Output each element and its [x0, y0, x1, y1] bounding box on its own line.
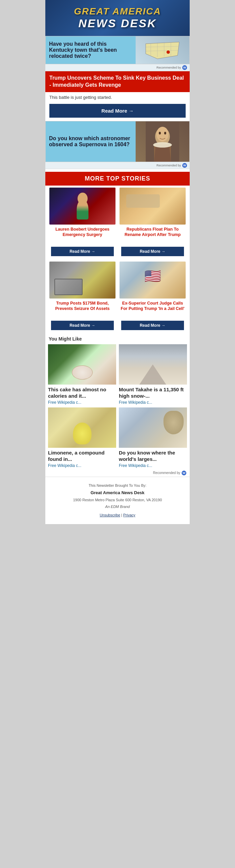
wiki-icon-1: W [182, 65, 187, 70]
wiki-ad-1-map [136, 36, 189, 64]
main-read-more-button[interactable]: Read More → [49, 104, 186, 118]
wiki-rec-source-lemon: Free Wikipedia c... [48, 463, 116, 468]
wiki-ad-2-text: Do you know which astronomer observed a … [46, 121, 136, 162]
wiki-rec-img-mountain [119, 344, 187, 384]
story-card-airport: Republicans Float Plan To Rename Airport… [118, 188, 187, 259]
privacy-link[interactable]: Privacy [123, 513, 135, 517]
wiki-rec-cake[interactable]: This cake has almost no calories and it.… [48, 344, 116, 405]
story-image-airport [120, 188, 186, 224]
more-stories-header: MORE TOP STORIES [45, 172, 190, 186]
story-title-judge: Ex-Superior Court Judge Calls For Puttin… [120, 301, 186, 318]
header-news-desk: NEWS DESK [78, 17, 157, 30]
stories-row-1: Lauren Boebert Undergoes Emergency Surge… [45, 186, 190, 259]
svg-point-14 [153, 142, 172, 148]
wiki-rec-mountain[interactable]: Mount Takahe is a 11,350 ft high snow-..… [119, 344, 187, 405]
wiki-rec-title-mountain: Mount Takahe is a 11,350 ft high snow-..… [119, 386, 187, 399]
wiki-ad-1-footer: Recommended by W [45, 64, 190, 71]
svg-point-11 [159, 132, 161, 134]
wiki-recommended-footer: Recommended by W [45, 469, 190, 477]
unsubscribe-link[interactable]: Unsubscribe [100, 513, 120, 517]
header-line2: NEWS DESK [49, 17, 186, 30]
story-title-bond: Trump Posts $175M Bond, Prevents Seizure… [49, 301, 115, 318]
main-headline-text: Trump Uncovers Scheme To Sink Key Busine… [49, 75, 184, 88]
story-card-bond: Trump Posts $175M Bond, Prevents Seizure… [48, 261, 117, 334]
wiki-ad-1-image [136, 36, 189, 64]
footer-brought-by: This Newsletter Brought To You By: [49, 483, 186, 489]
more-stories-header-text: MORE TOP STORIES [85, 175, 150, 182]
story-card-boebert: Lauren Boebert Undergoes Emergency Surge… [48, 188, 117, 259]
footer-brand: Great America News Desk [49, 489, 186, 497]
wiki-ad-2[interactable]: Do you know which astronomer observed a … [45, 121, 190, 169]
wiki-ad-1-footer-text: Recommended by [157, 66, 181, 69]
wiki-rec-title-world: Do you know where the world's larges... [119, 450, 187, 463]
wiki-rec-title-lemon: Limonene, a compound found in... [48, 450, 116, 463]
wiki-rec-source-mountain: Free Wikipedia c... [119, 400, 187, 405]
header-banner: GREAT AMERICA NEWS DESK [45, 0, 190, 36]
wiki-ad-2-label: Do you know which astronomer observed a … [49, 135, 132, 148]
story-image-bond [49, 261, 115, 299]
wiki-rec-world[interactable]: Do you know where the world's larges... … [119, 407, 187, 468]
story-card-judge: Ex-Superior Court Judge Calls For Puttin… [118, 261, 187, 334]
stories-row-2: Trump Posts $175M Bond, Prevents Seizure… [45, 259, 190, 334]
wiki-rec-img-cake [48, 344, 116, 384]
main-headline: Trump Uncovers Scheme To Sink Key Busine… [45, 71, 190, 92]
map-svg [144, 37, 181, 62]
story-image-judge [120, 261, 186, 299]
main-subtext-text: This battle is just getting started. [49, 95, 112, 100]
email-footer: This Newsletter Brought To You By: Great… [45, 477, 190, 524]
header-line1: GREAT AMERICA [49, 6, 186, 17]
wiki-ad-2-image [136, 121, 189, 162]
wiki-rec-img-world [119, 407, 187, 448]
story-read-more-boebert[interactable]: Read More → [51, 247, 114, 256]
wiki-rec-source-world: Free Wikipedia c... [119, 463, 187, 468]
story-read-more-judge[interactable]: Read More → [121, 321, 184, 330]
wiki-ad-1[interactable]: Have you heard of this Kentucky town tha… [45, 36, 190, 71]
footer-links: Unsubscribe | Privacy [49, 512, 186, 519]
wiki-rec-grid: This cake has almost no calories and it.… [45, 343, 190, 469]
wiki-ad-1-text: Have you heard of this Kentucky town tha… [46, 36, 136, 64]
wiki-rec-img-lemon [48, 407, 116, 448]
wiki-ad-2-footer: Recommended by W [45, 162, 190, 169]
recommended-by-text: Recommended by [153, 471, 180, 475]
wiki-rec-source-cake: Free Wikipedia c... [48, 400, 116, 405]
astronomer-svg [146, 121, 179, 162]
svg-point-12 [164, 132, 166, 134]
you-might-like-label: You Might Like [45, 334, 190, 343]
wiki-icon-rec: W [181, 471, 186, 475]
map-graphic [144, 37, 181, 64]
wiki-rec-title-cake: This cake has almost no calories and it.… [48, 386, 116, 399]
story-title-airport: Republicans Float Plan To Rename Airport… [120, 226, 186, 244]
footer-edm: An EDM Brand [49, 504, 186, 510]
svg-point-7 [167, 51, 170, 54]
wiki-ad-1-label: Have you heard of this Kentucky town tha… [49, 41, 132, 59]
story-title-boebert: Lauren Boebert Undergoes Emergency Surge… [49, 226, 115, 244]
story-read-more-airport[interactable]: Read More → [121, 247, 184, 256]
wiki-rec-lemon[interactable]: Limonene, a compound found in... Free Wi… [48, 407, 116, 468]
story-image-boebert [49, 188, 115, 224]
main-subtext: This battle is just getting started. [45, 92, 190, 102]
footer-address: 1900 Reston Metro Plaza Suite 600 Reston… [49, 497, 186, 504]
wiki-ad-2-footer-text: Recommended by [157, 164, 181, 167]
story-read-more-bond[interactable]: Read More → [51, 321, 114, 330]
header-great: GREAT AMERICA [74, 6, 161, 17]
wiki-icon-2: W [182, 163, 187, 168]
